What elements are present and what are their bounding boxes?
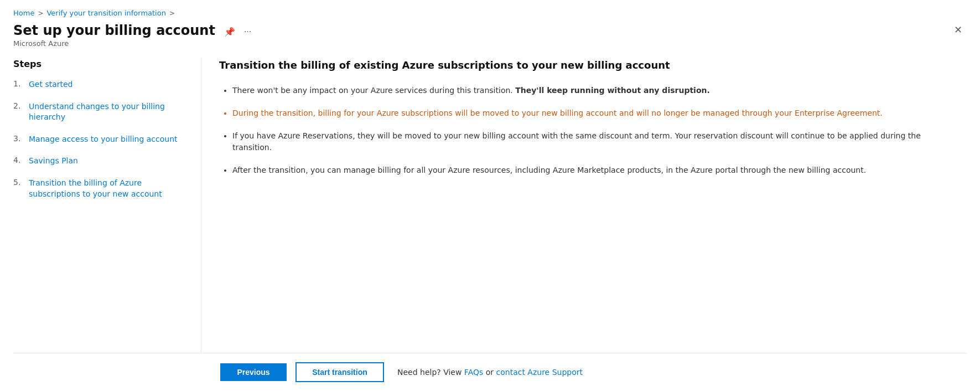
page-header: Set up your billing account 📌 ··· Micros… (13, 23, 967, 48)
bullet-3-text: If you have Azure Reservations, they wil… (232, 131, 921, 152)
page-title-row: Set up your billing account 📌 ··· (13, 23, 253, 38)
step-2-link[interactable]: Understand changes to your billing hiera… (29, 101, 188, 123)
step-5: 5. Transition the billing of Azure subsc… (13, 178, 188, 199)
or-text: or (486, 368, 496, 377)
step-2-number: 2. (13, 101, 24, 110)
header-icons: 📌 ··· (222, 25, 253, 38)
page-header-left: Set up your billing account 📌 ··· Micros… (13, 23, 253, 48)
step-3: 3. Manage access to your billing account (13, 134, 188, 145)
help-text: Need help? View FAQs or contact Azure Su… (397, 368, 583, 377)
contact-support-link[interactable]: contact Azure Support (496, 368, 583, 377)
main-layout: Steps 1. Get started 2. Understand chang… (13, 59, 967, 353)
pin-button[interactable]: 📌 (222, 25, 237, 38)
previous-button[interactable]: Previous (220, 363, 287, 381)
step-2: 2. Understand changes to your billing hi… (13, 101, 188, 123)
more-options-button[interactable]: ··· (242, 25, 253, 38)
breadcrumb-home[interactable]: Home (13, 9, 34, 17)
breadcrumb-current: Verify your transition information (46, 9, 165, 17)
step-5-number: 5. (13, 178, 24, 187)
bullet-1-normal: There won't be any impact on your Azure … (232, 86, 513, 95)
step-4-number: 4. (13, 156, 24, 164)
bullet-4: After the transition, you can manage bil… (232, 164, 949, 176)
faqs-link[interactable]: FAQs (464, 368, 483, 377)
bullet-2: During the transition, billing for your … (232, 107, 949, 119)
step-4: 4. Savings Plan (13, 156, 188, 167)
step-1: 1. Get started (13, 79, 188, 90)
content-area: Transition the billing of existing Azure… (201, 59, 967, 353)
bullet-list: There won't be any impact on your Azure … (219, 85, 949, 176)
page-title: Set up your billing account (13, 23, 215, 38)
start-transition-button[interactable]: Start transition (295, 362, 384, 382)
bullet-1: There won't be any impact on your Azure … (232, 85, 949, 96)
step-3-link[interactable]: Manage access to your billing account (29, 134, 178, 145)
bullet-1-bold: They'll keep running without any disrupt… (515, 86, 710, 95)
breadcrumb: Home > Verify your transition informatio… (13, 9, 967, 17)
step-1-link[interactable]: Get started (29, 79, 73, 90)
page-subtitle: Microsoft Azure (13, 39, 253, 48)
breadcrumb-separator-2: > (169, 9, 175, 17)
bullet-2-text: During the transition, billing for your … (232, 109, 883, 117)
bullet-4-text: After the transition, you can manage bil… (232, 166, 866, 174)
step-4-link[interactable]: Savings Plan (29, 156, 78, 167)
steps-list: 1. Get started 2. Understand changes to … (13, 79, 188, 199)
footer-area: Previous Start transition Need help? Vie… (13, 353, 967, 391)
help-text-label: Need help? View (397, 368, 462, 377)
breadcrumb-separator-1: > (38, 9, 43, 17)
steps-title: Steps (13, 59, 188, 69)
content-title: Transition the billing of existing Azure… (219, 59, 949, 71)
step-5-link[interactable]: Transition the billing of Azure subscrip… (29, 178, 188, 199)
close-button[interactable]: ✕ (950, 23, 967, 37)
step-1-number: 1. (13, 79, 24, 88)
step-3-number: 3. (13, 134, 24, 143)
bullet-3: If you have Azure Reservations, they wil… (232, 130, 949, 153)
sidebar: Steps 1. Get started 2. Understand chang… (13, 59, 201, 353)
